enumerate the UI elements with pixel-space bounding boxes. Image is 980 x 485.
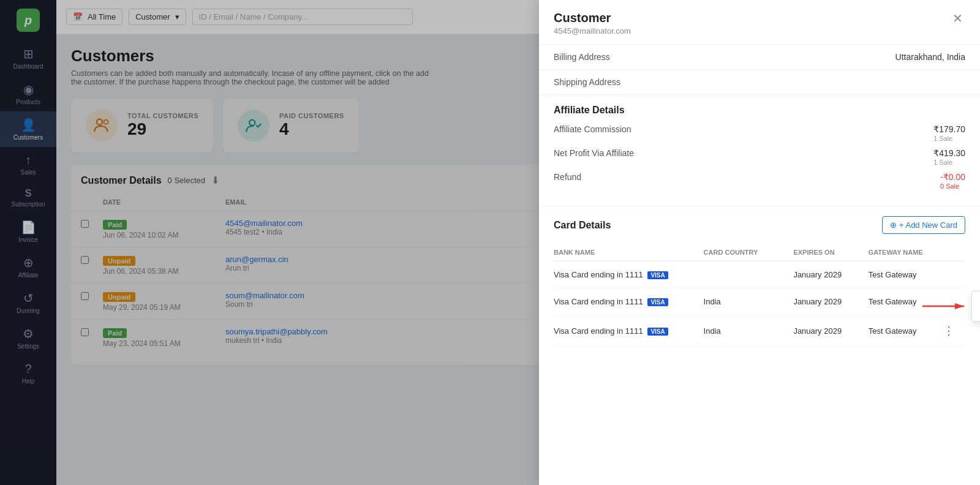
commission-value-group: ₹179.70 1 Sale — [933, 124, 965, 142]
action-col — [943, 249, 965, 256]
card-section: Card Details ⊕ + Add New Card BANK NAME … — [539, 206, 980, 356]
commission-label: Affiliate Commission — [554, 124, 631, 134]
commission-row: Affiliate Commission ₹179.70 1 Sale — [554, 124, 965, 142]
add-card-button[interactable]: ⊕ + Add New Card — [882, 216, 965, 234]
action-cell[interactable]: ⋮ — [943, 324, 965, 337]
bank-name-col: BANK NAME — [554, 249, 704, 256]
card-country-cell: India — [704, 326, 794, 336]
panel-subtitle: 4545@mailinator.com — [554, 26, 631, 36]
bank-name-cell: Visa Card ending in 1111 VISA — [554, 326, 704, 336]
panel-title: Customer — [554, 11, 631, 25]
net-profit-label: Net Profit Via Affiliate — [554, 148, 634, 158]
card-row: Visa Card ending in 1111 VISA India Janu… — [554, 315, 965, 347]
card-section-title: Card Details — [554, 220, 611, 231]
expires-col: EXPIRES ON — [793, 249, 868, 256]
visa-card-text: Visa Card ending in 1111 — [554, 297, 643, 306]
commission-sub: 1 Sale — [933, 135, 965, 142]
card-table-headers: BANK NAME CARD COUNTRY EXPIRES ON GATEWA… — [554, 244, 965, 261]
close-panel-button[interactable]: ✕ — [950, 11, 965, 26]
refund-label: Refund — [554, 172, 581, 182]
net-profit-value-group: ₹419.30 1 Sale — [933, 148, 965, 166]
billing-address-label: Billing Address — [554, 52, 610, 62]
visa-card-text: Visa Card ending in 1111 — [554, 326, 643, 336]
net-profit-row: Net Profit Via Affiliate ₹419.30 1 Sale — [554, 148, 965, 166]
card-country-col: CARD COUNTRY — [704, 249, 794, 256]
visa-badge: VISA — [647, 328, 668, 336]
commission-value: ₹179.70 — [933, 124, 965, 134]
affiliate-section: Affiliate Details Affiliate Commission ₹… — [539, 95, 980, 206]
visa-badge: VISA — [647, 271, 668, 279]
expires-cell: January 2029 — [793, 326, 868, 336]
expires-cell: January 2029 — [793, 270, 868, 279]
bank-name-cell: Visa Card ending in 1111 VISA — [554, 270, 704, 279]
gateway-cell: Test Gateway — [869, 270, 943, 279]
refund-value-group: -₹0.00 0 Sale — [940, 172, 965, 190]
more-options-button[interactable]: ⋮ — [943, 324, 954, 337]
card-country-cell: India — [704, 297, 794, 306]
card-row: Visa Card ending in 1111 VISA January 20… — [554, 261, 965, 288]
visa-badge: VISA — [647, 298, 668, 306]
gateway-col: GATEWAY NAME — [869, 249, 943, 256]
affiliate-section-title: Affiliate Details — [554, 105, 965, 116]
refund-row: Refund -₹0.00 0 Sale — [554, 172, 965, 190]
shipping-address-label: Shipping Address — [554, 77, 620, 87]
arrow-indicator — [922, 297, 971, 315]
delete-popup: Delete — [971, 291, 980, 321]
visa-card-text: Visa Card ending in 1111 — [554, 270, 643, 279]
overlay: Customer 4545@mailinator.com ✕ Billing A… — [0, 0, 980, 485]
add-card-label: + Add New Card — [899, 220, 957, 230]
expires-cell: January 2029 — [793, 297, 868, 306]
billing-address-value: Uttarakhand, India — [895, 52, 965, 62]
billing-address-row: Billing Address Uttarakhand, India — [539, 45, 980, 70]
card-row: Visa Card ending in 1111 VISA India Janu… — [554, 288, 965, 315]
net-profit-sub: 1 Sale — [933, 159, 965, 166]
slide-panel: Customer 4545@mailinator.com ✕ Billing A… — [539, 0, 980, 485]
refund-value: -₹0.00 — [940, 172, 965, 182]
plus-icon: ⊕ — [890, 220, 897, 230]
shipping-address-row: Shipping Address — [539, 70, 980, 95]
gateway-cell: Test Gateway — [869, 326, 943, 336]
panel-header-info: Customer 4545@mailinator.com — [554, 11, 631, 36]
panel-header: Customer 4545@mailinator.com ✕ — [539, 0, 980, 45]
bank-name-cell: Visa Card ending in 1111 VISA — [554, 297, 704, 306]
card-section-header: Card Details ⊕ + Add New Card — [554, 216, 965, 234]
delete-button[interactable]: Delete — [972, 296, 980, 316]
net-profit-value: ₹419.30 — [933, 148, 965, 158]
refund-sub: 0 Sale — [940, 182, 965, 190]
